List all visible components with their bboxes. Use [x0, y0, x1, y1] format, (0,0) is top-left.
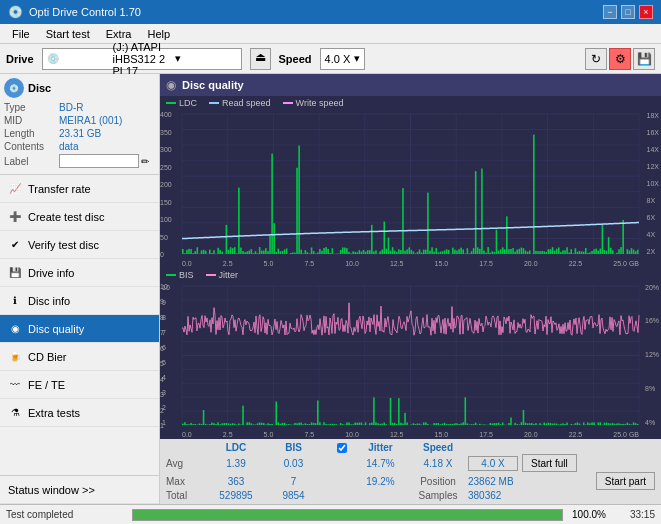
menu-help[interactable]: Help [139, 27, 178, 41]
drive-label: Drive [6, 53, 34, 65]
sidebar-item-transfer-rate[interactable]: 📈 Transfer rate [0, 175, 159, 203]
app-icon: 💿 [8, 5, 23, 19]
toolbar-disk[interactable]: 💾 [633, 48, 655, 70]
bottom-chart-x-axis: 0.0 2.5 5.0 7.5 10.0 12.5 15.0 17.5 20.0… [182, 431, 639, 438]
disc-label-input[interactable] [59, 154, 139, 168]
status-text: Test completed [6, 509, 126, 520]
drive-info-icon: 💾 [8, 266, 22, 280]
stats-samples-label: Samples [408, 490, 468, 501]
bottom-chart: 20% 16% 12% 8% 4% 10 9 8 7 6 5 4 3 2 [160, 282, 661, 439]
disc-quality-icon: ◉ [8, 322, 22, 336]
speed-target-display[interactable]: 4.0 X [468, 456, 518, 471]
speed-dropdown-arrow: ▾ [354, 52, 360, 65]
stats-total-row: Total 529895 9854 Samples 380362 [166, 490, 655, 501]
speed-selector[interactable]: 4.0 X ▾ [320, 48, 366, 70]
top-chart-canvas [160, 110, 661, 268]
drive-bar: Drive 💿 (J:) ATAPI iHBS312 2 PL17 ▾ ⏏ Sp… [0, 44, 661, 74]
toolbar-refresh[interactable]: ↻ [585, 48, 607, 70]
legend-bis: BIS [166, 270, 194, 280]
sidebar-item-fe-te[interactable]: 〰 FE / TE [0, 371, 159, 399]
start-full-button[interactable]: Start full [522, 454, 577, 472]
speed-value: 4.0 X [325, 53, 351, 65]
jitter-checkbox[interactable] [337, 443, 347, 453]
sidebar-item-verify-test-disc[interactable]: ✔ Verify test disc [0, 231, 159, 259]
sidebar-item-extra-tests[interactable]: ⚗ Extra tests [0, 399, 159, 427]
stats-h-bis: BIS [266, 442, 321, 453]
label-edit-icon[interactable]: ✏ [141, 156, 149, 167]
sidebar-item-create-test-disc[interactable]: ➕ Create test disc [0, 203, 159, 231]
stats-max-row: Max 363 7 19.2% Position 23862 MB Start … [166, 472, 655, 490]
maximize-button[interactable]: □ [621, 5, 635, 19]
time-display: 33:15 [615, 509, 655, 520]
stats-avg-jitter: 14.7% [353, 458, 408, 469]
dq-header-icon: ◉ [166, 78, 176, 92]
sidebar-item-drive-info[interactable]: 💾 Drive info [0, 259, 159, 287]
close-button[interactable]: × [639, 5, 653, 19]
sidebar-item-transfer-rate-label: Transfer rate [28, 183, 91, 195]
sidebar-item-create-test-disc-label: Create test disc [28, 211, 104, 223]
sidebar-item-disc-info-label: Disc info [28, 295, 70, 307]
main-content: 💿 Disc Type BD-R MID MEIRA1 (001) Length… [0, 74, 661, 504]
write-speed-color [283, 102, 293, 104]
stats-total-bis: 9854 [266, 490, 321, 501]
stats-h-actions [468, 442, 655, 453]
bottom-chart-canvas [160, 282, 661, 439]
menu-file[interactable]: File [4, 27, 38, 41]
top-chart: 18X 16X 14X 12X 10X 8X 6X 4X 2X 0.0 2.5 … [160, 110, 661, 268]
sidebar-item-disc-info[interactable]: ℹ Disc info [0, 287, 159, 315]
bottom-legend: BIS Jitter [160, 268, 661, 282]
legend-jitter: Jitter [206, 270, 239, 280]
stats-h-ldc: LDC [206, 442, 266, 453]
stats-headers: LDC BIS Jitter Speed [166, 442, 655, 453]
menu-extra[interactable]: Extra [98, 27, 140, 41]
disc-length-key: Length [4, 128, 59, 139]
top-legend: LDC Read speed Write speed [160, 96, 661, 110]
stats-h-jitter: Jitter [353, 442, 408, 453]
drive-selector[interactable]: 💿 (J:) ATAPI iHBS312 2 PL17 ▾ [42, 48, 242, 70]
toolbar-settings[interactable]: ⚙ [609, 48, 631, 70]
status-window-button[interactable]: Status window >> [0, 476, 159, 504]
sidebar-item-cd-bier[interactable]: 🍺 CD Bier [0, 343, 159, 371]
stats-max-right: 23862 MB Start part [468, 472, 655, 490]
menu-bar: File Start test Extra Help [0, 24, 661, 44]
stats-max-jitter: 19.2% [353, 476, 408, 487]
minimize-button[interactable]: − [603, 5, 617, 19]
eject-button[interactable]: ⏏ [250, 48, 271, 70]
legend-read-speed: Read speed [209, 98, 271, 108]
disc-section-icon: 💿 [4, 78, 24, 98]
sidebar-menu: 📈 Transfer rate ➕ Create test disc ✔ Ver… [0, 175, 159, 475]
top-chart-y-axis-right: 18X 16X 14X 12X 10X 8X 6X 4X 2X [647, 112, 659, 255]
progress-bar-container [132, 509, 563, 521]
title-bar: 💿 Opti Drive Control 1.70 − □ × [0, 0, 661, 24]
bis-color [166, 274, 176, 276]
verify-test-disc-icon: ✔ [8, 238, 22, 252]
stats-avg-row: Avg 1.39 0.03 14.7% 4.18 X 4.0 X Start f… [166, 454, 655, 472]
fe-te-icon: 〰 [8, 378, 22, 392]
sidebar-item-fe-te-label: FE / TE [28, 379, 65, 391]
transfer-rate-icon: 📈 [8, 182, 22, 196]
stats-h-gap [321, 442, 337, 453]
progress-percent: 100.0% [569, 509, 609, 520]
sidebar-item-disc-quality[interactable]: ◉ Disc quality [0, 315, 159, 343]
stats-avg-bis: 0.03 [266, 458, 321, 469]
sidebar-item-drive-info-label: Drive info [28, 267, 74, 279]
disc-quality-title: Disc quality [182, 79, 244, 91]
speed-label: Speed [279, 53, 312, 65]
stats-avg-speed: 4.18 X [408, 458, 468, 469]
status-window-section: Status window >> [0, 475, 159, 504]
start-part-button[interactable]: Start part [596, 472, 655, 490]
app-window: 💿 Opti Drive Control 1.70 − □ × File Sta… [0, 0, 661, 524]
legend-ldc: LDC [166, 98, 197, 108]
stats-table: LDC BIS Jitter Speed Avg 1.39 0.03 [160, 438, 661, 504]
window-controls: − □ × [603, 5, 653, 19]
disc-label-key: Label [4, 156, 59, 167]
sidebar-item-verify-test-disc-label: Verify test disc [28, 239, 99, 251]
legend-write-speed: Write speed [283, 98, 344, 108]
right-panel: ◉ Disc quality LDC Read speed Write spee… [160, 74, 661, 504]
menu-start-test[interactable]: Start test [38, 27, 98, 41]
disc-type-val: BD-R [59, 102, 83, 113]
stats-avg-ldc: 1.39 [206, 458, 266, 469]
stats-max-bis: 7 [266, 476, 321, 487]
ldc-color [166, 102, 176, 104]
sidebar-item-extra-tests-label: Extra tests [28, 407, 80, 419]
